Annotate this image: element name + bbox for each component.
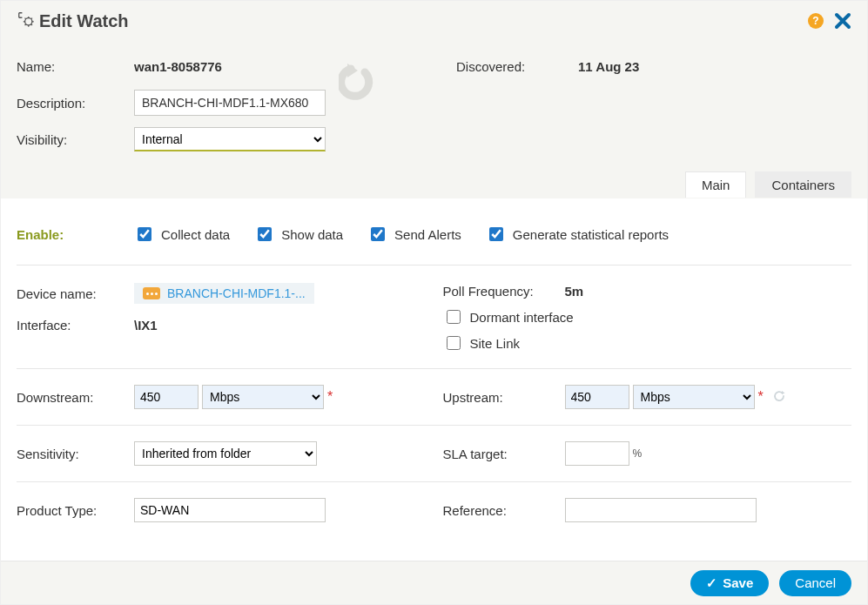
cancel-button-label: Cancel (795, 575, 836, 590)
reference-input[interactable] (565, 498, 757, 522)
help-icon[interactable]: ? (808, 13, 824, 29)
dormant-cb[interactable] (447, 310, 461, 324)
svg-line-7 (31, 17, 32, 18)
tab-main[interactable]: Main (685, 171, 747, 198)
sensitivity-select[interactable]: Inherited from folder (134, 441, 317, 466)
close-icon[interactable] (834, 12, 851, 30)
header-fields: Name: wan1-8058776 Discovered: 11 Aug 23… (1, 41, 867, 170)
visibility-select[interactable]: Internal (134, 127, 326, 151)
product-type-label: Product Type: (17, 503, 134, 518)
sla-label: SLA target: (443, 447, 565, 461)
dialog-header: Edit Watch ? Name: (1, 1, 867, 198)
interface-value: \IX1 (134, 318, 158, 333)
dialog-title: Edit Watch (39, 11, 129, 31)
svg-marker-12 (782, 391, 785, 394)
product-type-input[interactable] (134, 498, 326, 522)
sitelink-cb[interactable] (447, 336, 461, 350)
downstream-input[interactable] (134, 385, 198, 409)
check-icon: ✓ (706, 575, 717, 591)
sla-unit: % (633, 447, 643, 460)
upstream-required-icon: * (758, 389, 764, 405)
poll-frequency-value: 5m (565, 284, 584, 299)
description-input[interactable] (134, 90, 326, 116)
name-value: wan1-8058776 (134, 59, 222, 74)
dialog-footer: ✓ Save Cancel (1, 561, 867, 604)
dormant-label: Dormant interface (470, 310, 574, 325)
tabs: Main Containers (1, 168, 867, 198)
upstream-unit-select[interactable]: Mbps (633, 385, 755, 409)
upstream-label: Upstream: (443, 390, 565, 405)
show-data-checkbox[interactable]: Show data (254, 225, 343, 244)
undo-icon[interactable] (339, 64, 377, 107)
title-bar: Edit Watch ? (1, 1, 867, 41)
refresh-icon[interactable] (772, 389, 786, 406)
tab-containers[interactable]: Containers (755, 171, 851, 198)
svg-line-6 (31, 24, 32, 24)
discovered-value: 11 Aug 23 (578, 59, 639, 74)
reports-checkbox[interactable]: Generate statistical reports (486, 225, 669, 244)
sla-input[interactable] (565, 441, 629, 466)
downstream-required-icon: * (327, 389, 333, 405)
collect-data-label: Collect data (161, 227, 230, 242)
collect-data-checkbox[interactable]: Collect data (134, 225, 230, 244)
downstream-label: Downstream: (17, 390, 134, 405)
reports-label: Generate statistical reports (513, 227, 669, 242)
main-tab-body: Enable: Collect data Show data Send Aler… (1, 198, 867, 538)
svg-line-5 (25, 17, 26, 18)
dormant-checkbox[interactable]: Dormant interface (443, 307, 574, 326)
edit-watch-dialog: Edit Watch ? Name: (0, 0, 868, 605)
save-button[interactable]: ✓ Save (690, 570, 769, 596)
sensitivity-label: Sensitivity: (17, 447, 134, 461)
device-link[interactable]: BRANCH-CHI-MDF1.1-... (134, 283, 314, 304)
poll-frequency-label: Poll Frequency: (443, 284, 565, 299)
send-alerts-label: Send Alerts (394, 227, 461, 242)
save-button-label: Save (723, 575, 753, 590)
downstream-unit-select[interactable]: Mbps (202, 385, 324, 409)
device-link-text: BRANCH-CHI-MDF1.1-... (167, 286, 306, 300)
device-badge-icon (143, 287, 160, 299)
discovered-label: Discovered: (456, 59, 578, 74)
cancel-button[interactable]: Cancel (779, 570, 851, 596)
svg-line-8 (25, 24, 26, 24)
visibility-label: Visibility: (17, 132, 134, 147)
interface-label: Interface: (17, 318, 134, 333)
reference-label: Reference: (443, 503, 565, 518)
device-name-label: Device name: (17, 286, 134, 301)
show-data-cb[interactable] (258, 227, 272, 241)
collect-data-cb[interactable] (138, 227, 151, 241)
tree-gear-icon (17, 10, 36, 32)
reports-cb[interactable] (489, 227, 503, 241)
svg-point-0 (25, 17, 32, 24)
show-data-label: Show data (281, 227, 343, 242)
sitelink-label: Site Link (470, 336, 521, 351)
name-label: Name: (17, 59, 134, 74)
description-label: Description: (17, 96, 134, 111)
send-alerts-checkbox[interactable]: Send Alerts (367, 225, 461, 244)
upstream-input[interactable] (565, 385, 629, 409)
send-alerts-cb[interactable] (371, 227, 385, 241)
enable-label: Enable: (17, 227, 134, 242)
sitelink-checkbox[interactable]: Site Link (443, 333, 521, 353)
